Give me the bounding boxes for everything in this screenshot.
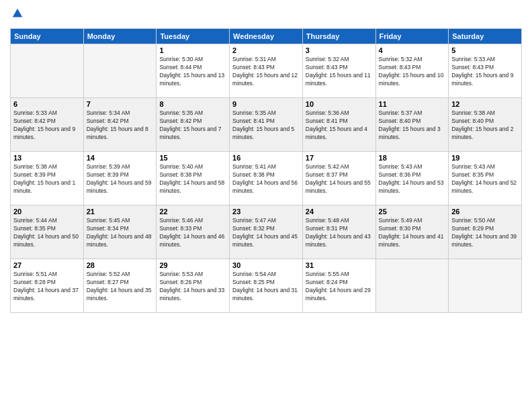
svg-marker-0: [13, 9, 22, 17]
table-row: 13Sunrise: 5:38 AMSunset: 8:39 PMDayligh…: [11, 152, 84, 205]
day-number: 25: [379, 208, 446, 216]
day-info: Sunrise: 5:34 AMSunset: 8:42 PMDaylight:…: [87, 109, 154, 142]
day-info: Sunrise: 5:39 AMSunset: 8:39 PMDaylight:…: [87, 163, 154, 195]
day-info: Sunrise: 5:35 AMSunset: 8:42 PMDaylight:…: [159, 109, 226, 142]
day-number: 5: [451, 46, 519, 54]
day-info: Sunrise: 5:55 AMSunset: 8:24 PMDaylight:…: [306, 271, 373, 303]
day-number: 22: [159, 208, 226, 216]
day-info: Sunrise: 5:31 AMSunset: 8:43 PMDaylight:…: [232, 56, 300, 88]
day-number: 8: [159, 100, 226, 108]
day-info: Sunrise: 5:38 AMSunset: 8:40 PMDaylight:…: [451, 109, 519, 142]
day-number: 12: [451, 100, 519, 108]
day-number: 10: [306, 100, 373, 108]
day-info: Sunrise: 5:32 AMSunset: 8:43 PMDaylight:…: [306, 56, 373, 88]
day-number: 16: [232, 154, 300, 162]
col-monday: Monday: [83, 29, 157, 44]
table-row: 6Sunrise: 5:33 AMSunset: 8:42 PMDaylight…: [11, 98, 84, 152]
table-row: 25Sunrise: 5:49 AMSunset: 8:30 PMDayligh…: [375, 205, 449, 259]
calendar-header-row: Sunday Monday Tuesday Wednesday Thursday…: [11, 29, 522, 44]
table-row: 5Sunrise: 5:33 AMSunset: 8:43 PMDaylight…: [449, 44, 522, 98]
table-row: 3Sunrise: 5:32 AMSunset: 8:43 PMDaylight…: [302, 44, 375, 98]
day-info: Sunrise: 5:45 AMSunset: 8:34 PMDaylight:…: [87, 217, 154, 249]
calendar-week-row: 27Sunrise: 5:51 AMSunset: 8:28 PMDayligh…: [11, 259, 522, 313]
day-info: Sunrise: 5:44 AMSunset: 8:35 PMDaylight:…: [13, 217, 81, 249]
table-row: 18Sunrise: 5:43 AMSunset: 8:36 PMDayligh…: [375, 152, 449, 205]
day-number: 6: [13, 100, 81, 108]
day-number: 3: [306, 46, 373, 54]
table-row: [83, 44, 157, 98]
day-number: 17: [306, 154, 373, 162]
table-row: 19Sunrise: 5:43 AMSunset: 8:35 PMDayligh…: [449, 152, 522, 205]
day-info: Sunrise: 5:33 AMSunset: 8:42 PMDaylight:…: [13, 109, 81, 142]
calendar-week-row: 6Sunrise: 5:33 AMSunset: 8:42 PMDaylight…: [11, 98, 522, 152]
col-friday: Friday: [375, 29, 449, 44]
col-thursday: Thursday: [302, 29, 375, 44]
day-number: 7: [87, 100, 154, 108]
table-row: 2Sunrise: 5:31 AMSunset: 8:43 PMDaylight…: [230, 44, 303, 98]
day-info: Sunrise: 5:47 AMSunset: 8:32 PMDaylight:…: [232, 217, 300, 249]
table-row: 4Sunrise: 5:32 AMSunset: 8:43 PMDaylight…: [375, 44, 449, 98]
calendar-week-row: 20Sunrise: 5:44 AMSunset: 8:35 PMDayligh…: [11, 205, 522, 259]
table-row: 27Sunrise: 5:51 AMSunset: 8:28 PMDayligh…: [11, 259, 84, 313]
logo-general: [10, 7, 24, 23]
day-info: Sunrise: 5:43 AMSunset: 8:36 PMDaylight:…: [379, 163, 446, 195]
col-sunday: Sunday: [11, 29, 84, 44]
page: Sunday Monday Tuesday Wednesday Thursday…: [0, 0, 532, 411]
table-row: 31Sunrise: 5:55 AMSunset: 8:24 PMDayligh…: [302, 259, 375, 313]
day-info: Sunrise: 5:38 AMSunset: 8:39 PMDaylight:…: [13, 163, 81, 195]
table-row: 17Sunrise: 5:42 AMSunset: 8:37 PMDayligh…: [302, 152, 375, 205]
table-row: 28Sunrise: 5:52 AMSunset: 8:27 PMDayligh…: [83, 259, 157, 313]
day-info: Sunrise: 5:52 AMSunset: 8:27 PMDaylight:…: [87, 271, 154, 303]
table-row: 7Sunrise: 5:34 AMSunset: 8:42 PMDaylight…: [83, 98, 157, 152]
day-number: 28: [87, 261, 154, 269]
day-number: 27: [13, 261, 81, 269]
day-info: Sunrise: 5:37 AMSunset: 8:40 PMDaylight:…: [379, 109, 446, 142]
table-row: 10Sunrise: 5:36 AMSunset: 8:41 PMDayligh…: [302, 98, 375, 152]
day-info: Sunrise: 5:32 AMSunset: 8:43 PMDaylight:…: [379, 56, 446, 88]
day-info: Sunrise: 5:43 AMSunset: 8:35 PMDaylight:…: [451, 163, 519, 195]
day-number: 30: [232, 261, 300, 269]
table-row: [375, 259, 449, 313]
day-info: Sunrise: 5:42 AMSunset: 8:37 PMDaylight:…: [306, 163, 373, 195]
day-info: Sunrise: 5:36 AMSunset: 8:41 PMDaylight:…: [306, 109, 373, 142]
table-row: 12Sunrise: 5:38 AMSunset: 8:40 PMDayligh…: [449, 98, 522, 152]
table-row: [11, 44, 84, 98]
table-row: 14Sunrise: 5:39 AMSunset: 8:39 PMDayligh…: [83, 152, 157, 205]
calendar-week-row: 1Sunrise: 5:30 AMSunset: 8:44 PMDaylight…: [11, 44, 522, 98]
table-row: 16Sunrise: 5:41 AMSunset: 8:38 PMDayligh…: [230, 152, 303, 205]
day-number: 2: [232, 46, 300, 54]
day-number: 19: [451, 154, 519, 162]
table-row: 30Sunrise: 5:54 AMSunset: 8:25 PMDayligh…: [230, 259, 303, 313]
day-info: Sunrise: 5:51 AMSunset: 8:28 PMDaylight:…: [13, 271, 81, 303]
day-number: 18: [379, 154, 446, 162]
day-info: Sunrise: 5:46 AMSunset: 8:33 PMDaylight:…: [159, 217, 226, 249]
day-info: Sunrise: 5:49 AMSunset: 8:30 PMDaylight:…: [379, 217, 446, 249]
day-number: 29: [159, 261, 226, 269]
col-wednesday: Wednesday: [230, 29, 303, 44]
col-saturday: Saturday: [449, 29, 522, 44]
table-row: 15Sunrise: 5:40 AMSunset: 8:38 PMDayligh…: [157, 152, 230, 205]
header: [10, 7, 522, 23]
table-row: 29Sunrise: 5:53 AMSunset: 8:26 PMDayligh…: [157, 259, 230, 313]
day-number: 13: [13, 154, 81, 162]
table-row: 21Sunrise: 5:45 AMSunset: 8:34 PMDayligh…: [83, 205, 157, 259]
day-info: Sunrise: 5:53 AMSunset: 8:26 PMDaylight:…: [159, 271, 226, 303]
day-number: 15: [159, 154, 226, 162]
day-info: Sunrise: 5:54 AMSunset: 8:25 PMDaylight:…: [232, 271, 300, 303]
day-number: 1: [159, 46, 226, 54]
table-row: 24Sunrise: 5:48 AMSunset: 8:31 PMDayligh…: [302, 205, 375, 259]
day-number: 24: [306, 208, 373, 216]
day-number: 9: [232, 100, 300, 108]
table-row: 9Sunrise: 5:35 AMSunset: 8:41 PMDaylight…: [230, 98, 303, 152]
day-number: 21: [87, 208, 154, 216]
calendar-table: Sunday Monday Tuesday Wednesday Thursday…: [10, 28, 522, 313]
day-info: Sunrise: 5:50 AMSunset: 8:29 PMDaylight:…: [451, 217, 519, 249]
day-number: 11: [379, 100, 446, 108]
day-number: 4: [379, 46, 446, 54]
col-tuesday: Tuesday: [157, 29, 230, 44]
day-number: 14: [87, 154, 154, 162]
table-row: 22Sunrise: 5:46 AMSunset: 8:33 PMDayligh…: [157, 205, 230, 259]
day-info: Sunrise: 5:40 AMSunset: 8:38 PMDaylight:…: [159, 163, 226, 195]
day-info: Sunrise: 5:30 AMSunset: 8:44 PMDaylight:…: [159, 56, 226, 88]
day-info: Sunrise: 5:48 AMSunset: 8:31 PMDaylight:…: [306, 217, 373, 249]
